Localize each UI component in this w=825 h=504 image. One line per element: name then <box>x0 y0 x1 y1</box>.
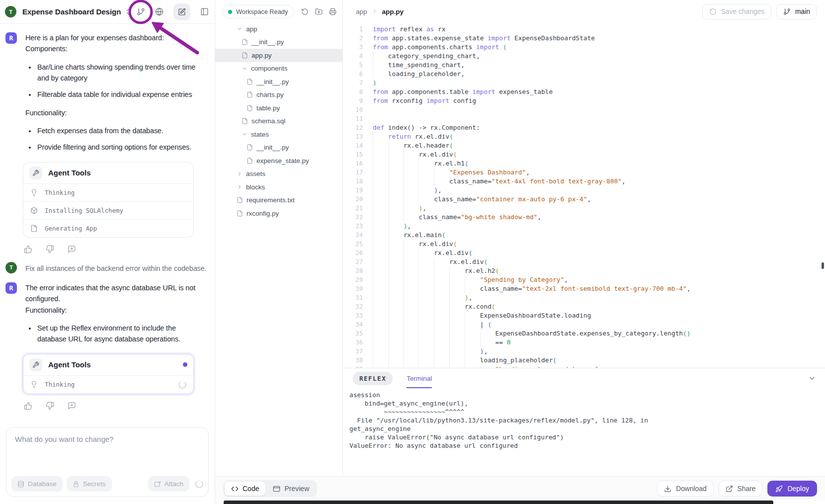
code-line: 13 return rx.el.div( <box>343 132 825 141</box>
new-folder-icon[interactable] <box>315 8 323 15</box>
code-line: 30 class_name="text-2xl font-semibold te… <box>343 284 825 293</box>
activity-dot <box>183 362 187 367</box>
tool-row-installing[interactable]: Installing SQLAlchemy <box>23 201 193 219</box>
terminal-panel: REFLEX Terminal asession bind=get_async_… <box>343 368 825 476</box>
tree-file-app.py[interactable]: app.py <box>215 49 342 62</box>
file-panel-toolbar: Workspace Ready <box>215 0 342 22</box>
tree-item-label: charts.py <box>256 91 284 98</box>
file-icon <box>242 39 248 45</box>
assistant-avatar: R <box>5 32 17 44</box>
tree-item-label: app.py <box>251 52 272 59</box>
history-icon[interactable] <box>301 8 309 15</box>
code-line: 18 class_name="text-4xl font-bold text-g… <box>343 177 825 186</box>
tool-row-label: Thinking <box>45 381 75 388</box>
rocket-icon <box>775 485 783 493</box>
code-line: 31 ), <box>343 293 825 302</box>
thumbs-up-icon[interactable] <box>24 402 32 410</box>
code-line: 38 loading_placeholder( <box>343 356 825 365</box>
code-line: 37 ), <box>343 347 825 356</box>
bullet-item: Fetch expenses data from the database. <box>36 125 207 136</box>
agent-tools-header[interactable]: Agent Tools <box>23 163 193 183</box>
code-line: 16 rx.el.h1( <box>343 159 825 168</box>
tree-item-label: blocks <box>246 183 265 191</box>
project-switcher-icon[interactable] <box>125 8 132 15</box>
code-editor[interactable]: 1import reflex as rx2from app.states.exp… <box>343 23 825 368</box>
globe-icon[interactable] <box>155 7 164 16</box>
code-line: 14 rx.el.header( <box>343 141 825 150</box>
tab-terminal[interactable]: Terminal <box>407 368 432 388</box>
breadcrumb-folder[interactable]: app <box>356 8 367 15</box>
chat-input-placeholder: What do you want to change? <box>6 427 208 451</box>
secrets-button[interactable]: Secrets <box>67 476 112 492</box>
code-line: 24 rx.el.main( <box>343 231 825 240</box>
share-button[interactable]: Share <box>719 481 763 497</box>
breadcrumb-file[interactable]: app.py <box>382 8 404 15</box>
dock-strip <box>224 501 773 504</box>
branch-button[interactable]: main <box>776 4 817 19</box>
tab-preview[interactable]: Preview <box>266 482 316 496</box>
feedback-row <box>0 238 215 253</box>
agent-tools-header[interactable]: Agent Tools <box>23 354 193 375</box>
attach-button[interactable]: Attach <box>148 476 189 492</box>
thumbs-down-icon[interactable] <box>46 245 54 253</box>
bullet-list: Set up the Reflex environment to include… <box>25 323 207 345</box>
database-button[interactable]: Database <box>11 476 63 492</box>
code-line: 35 ExpenseDashboardState.expenses_by_cat… <box>343 329 825 338</box>
file-icon <box>247 144 253 151</box>
workspace-status-badge: Workspace Ready <box>222 5 294 18</box>
thumbs-down-icon[interactable] <box>46 402 54 410</box>
tree-file-table.py[interactable]: table.py <box>215 101 342 115</box>
code-line: 8from app.components.table import expens… <box>343 87 825 96</box>
chat-header-actions <box>137 3 209 20</box>
code-line: 23 ), <box>343 222 825 231</box>
tree-folder-assets[interactable]: assets <box>215 168 342 181</box>
save-changes-button[interactable]: Save changes <box>702 4 771 19</box>
edit-button[interactable] <box>173 3 190 20</box>
thumbs-up-icon[interactable] <box>24 245 32 253</box>
chevron-right-icon <box>237 184 243 190</box>
view-toggle: Code Preview <box>223 480 317 497</box>
code-line: 28 rx.el.h2( <box>343 266 825 275</box>
tree-file-schema.sql[interactable]: schema.sql <box>215 115 342 128</box>
tool-row-thinking[interactable]: Thinking <box>23 183 193 201</box>
tree-folder-app[interactable]: app <box>215 22 342 36</box>
agent-tools-card: Agent Tools Thinking Installing SQLAlche… <box>23 162 194 238</box>
printer-icon[interactable] <box>329 8 336 15</box>
chat-input[interactable]: What do you want to change? Database Sec… <box>6 427 209 497</box>
bottom-bar: Code Preview Download Share Deploy <box>215 476 825 501</box>
code-line: 10 <box>343 105 825 114</box>
tree-file-__init__.py[interactable]: __init__.py <box>215 36 342 49</box>
tree-folder-blocks[interactable]: blocks <box>215 180 342 194</box>
tool-row-thinking[interactable]: Thinking <box>23 375 193 394</box>
code-line: 17 "Expenses Dashboard", <box>343 168 825 177</box>
panel-toggle-icon[interactable] <box>200 7 209 16</box>
add-comment-icon[interactable] <box>68 402 76 410</box>
git-branch-icon[interactable] <box>137 7 145 16</box>
tree-folder-components[interactable]: components <box>215 62 342 76</box>
code-line: 2from app.states.expense_state import Ex… <box>343 34 825 43</box>
deploy-button[interactable]: Deploy <box>767 481 817 497</box>
tree-item-label: __init__.py <box>256 144 289 151</box>
collapse-terminal-icon[interactable] <box>808 374 816 382</box>
tree-file-expense_state.py[interactable]: expense_state.py <box>215 154 342 168</box>
tree-file-requirements.txt[interactable]: requirements.txt <box>215 194 342 207</box>
terminal-output[interactable]: asession bind=get_async_engine(url), ~~~… <box>343 388 825 450</box>
editor-panel: app app.py Save changes main 1import ref… <box>343 0 825 476</box>
tree-file-rxconfig.py[interactable]: rxconfig.py <box>215 207 342 220</box>
tool-row-generating[interactable]: Generating App <box>23 219 193 237</box>
tree-file-__init__.py[interactable]: __init__.py <box>215 75 342 88</box>
add-comment-icon[interactable] <box>68 245 76 253</box>
file-icon <box>237 210 243 217</box>
download-button[interactable]: Download <box>657 481 713 497</box>
tree-item-label: expense_state.py <box>256 157 309 165</box>
chat-input-area: What do you want to change? Database Sec… <box>0 421 215 504</box>
bullet-item: Filterable data table for individual exp… <box>36 89 207 100</box>
tab-code[interactable]: Code <box>225 482 265 496</box>
tree-item-label: schema.sql <box>251 117 285 125</box>
tool-row-label: Thinking <box>45 189 75 196</box>
tree-folder-states[interactable]: states <box>215 128 342 141</box>
tree-file-charts.py[interactable]: charts.py <box>215 88 342 102</box>
tree-file-__init__.py[interactable]: __init__.py <box>215 141 342 155</box>
scrollbar-thumb[interactable] <box>822 262 824 269</box>
wrench-icon <box>29 167 42 179</box>
